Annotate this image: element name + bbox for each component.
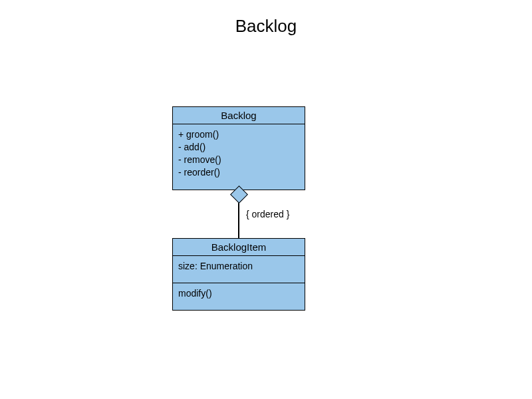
class-backlog: Backlog + groom() - add() - remove() - r…	[172, 106, 305, 190]
class-backlog-name: Backlog	[173, 107, 305, 124]
diamond-shape	[230, 186, 248, 203]
operation: + groom()	[178, 128, 299, 141]
class-backlog-operations: + groom() - add() - remove() - reorder()	[173, 124, 305, 190]
operation: - remove()	[178, 154, 299, 166]
class-backlogitem-operations: modify()	[173, 283, 305, 310]
class-backlogitem-attributes: size: Enumeration	[173, 256, 305, 283]
operation: - add()	[178, 141, 299, 154]
diagram-title: Backlog	[0, 16, 532, 37]
class-backlogitem: BacklogItem size: Enumeration modify()	[172, 238, 305, 311]
operation: - reorder()	[178, 166, 299, 179]
attribute: size: Enumeration	[178, 260, 299, 273]
aggregation-diamond-icon	[231, 186, 247, 202]
operation: modify()	[178, 287, 299, 300]
connector-constraint-label: { ordered }	[246, 209, 289, 219]
class-backlogitem-name: BacklogItem	[173, 239, 305, 256]
